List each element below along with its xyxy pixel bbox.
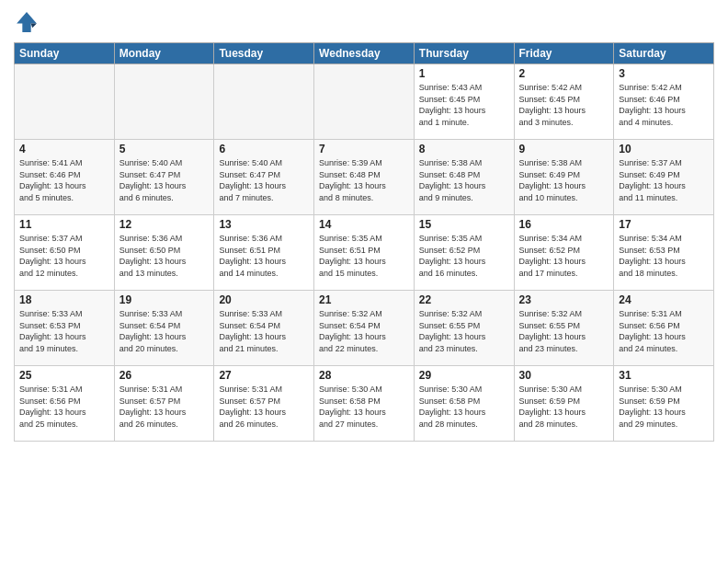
svg-marker-0: [17, 12, 37, 32]
day-number: 30: [519, 369, 609, 382]
calendar-cell: 14Sunrise: 5:35 AM Sunset: 6:51 PM Dayli…: [314, 215, 415, 291]
calendar-cell: [114, 64, 214, 140]
day-info: Sunrise: 5:36 AM Sunset: 6:50 PM Dayligh…: [119, 233, 210, 279]
day-info: Sunrise: 5:31 AM Sunset: 6:57 PM Dayligh…: [119, 384, 210, 430]
day-info: Sunrise: 5:30 AM Sunset: 6:58 PM Dayligh…: [319, 384, 409, 430]
day-number: 7: [319, 143, 409, 155]
calendar-cell: 19Sunrise: 5:33 AM Sunset: 6:54 PM Dayli…: [114, 291, 214, 366]
day-number: 28: [319, 369, 409, 382]
weekday-header-tuesday: Tuesday: [214, 43, 314, 64]
calendar-cell: 13Sunrise: 5:36 AM Sunset: 6:51 PM Dayli…: [214, 215, 314, 291]
day-number: 9: [519, 143, 609, 155]
day-info: Sunrise: 5:32 AM Sunset: 6:55 PM Dayligh…: [519, 308, 609, 354]
calendar-cell: 11Sunrise: 5:37 AM Sunset: 6:50 PM Dayli…: [15, 215, 115, 291]
logo-icon: [14, 9, 40, 35]
day-number: 19: [119, 293, 210, 306]
day-info: Sunrise: 5:38 AM Sunset: 6:49 PM Dayligh…: [519, 157, 609, 203]
logo: [14, 9, 43, 35]
calendar-page: SundayMondayTuesdayWednesdayThursdayFrid…: [0, 0, 728, 563]
day-number: 15: [419, 218, 509, 231]
day-info: Sunrise: 5:42 AM Sunset: 6:46 PM Dayligh…: [619, 82, 709, 128]
day-info: Sunrise: 5:41 AM Sunset: 6:46 PM Dayligh…: [19, 157, 109, 203]
day-info: Sunrise: 5:37 AM Sunset: 6:49 PM Dayligh…: [619, 157, 709, 203]
day-info: Sunrise: 5:31 AM Sunset: 6:56 PM Dayligh…: [619, 308, 709, 354]
calendar-cell: 26Sunrise: 5:31 AM Sunset: 6:57 PM Dayli…: [114, 366, 214, 442]
day-number: 17: [619, 218, 709, 231]
day-number: 29: [419, 369, 509, 382]
calendar-cell: 28Sunrise: 5:30 AM Sunset: 6:58 PM Dayli…: [314, 366, 415, 442]
calendar-cell: 7Sunrise: 5:39 AM Sunset: 6:48 PM Daylig…: [314, 140, 415, 215]
day-info: Sunrise: 5:40 AM Sunset: 6:47 PM Dayligh…: [119, 157, 210, 203]
calendar-cell: 22Sunrise: 5:32 AM Sunset: 6:55 PM Dayli…: [414, 291, 514, 366]
calendar-cell: 8Sunrise: 5:38 AM Sunset: 6:48 PM Daylig…: [414, 140, 514, 215]
day-info: Sunrise: 5:30 AM Sunset: 6:59 PM Dayligh…: [619, 384, 709, 430]
calendar-cell: [214, 64, 314, 140]
day-number: 18: [19, 293, 109, 306]
calendar-cell: [15, 64, 115, 140]
calendar-cell: 3Sunrise: 5:42 AM Sunset: 6:46 PM Daylig…: [614, 64, 714, 140]
day-number: 22: [419, 293, 509, 306]
calendar-cell: 4Sunrise: 5:41 AM Sunset: 6:46 PM Daylig…: [15, 140, 115, 215]
day-number: 1: [419, 67, 509, 80]
day-info: Sunrise: 5:37 AM Sunset: 6:50 PM Dayligh…: [19, 233, 109, 279]
calendar-cell: 27Sunrise: 5:31 AM Sunset: 6:57 PM Dayli…: [214, 366, 314, 442]
day-info: Sunrise: 5:35 AM Sunset: 6:52 PM Dayligh…: [419, 233, 509, 279]
day-info: Sunrise: 5:36 AM Sunset: 6:51 PM Dayligh…: [219, 233, 309, 279]
day-number: 23: [519, 293, 609, 306]
calendar-cell: 16Sunrise: 5:34 AM Sunset: 6:52 PM Dayli…: [514, 215, 614, 291]
day-info: Sunrise: 5:33 AM Sunset: 6:53 PM Dayligh…: [19, 308, 109, 354]
calendar-week-3: 11Sunrise: 5:37 AM Sunset: 6:50 PM Dayli…: [15, 215, 714, 291]
calendar-cell: 12Sunrise: 5:36 AM Sunset: 6:50 PM Dayli…: [114, 215, 214, 291]
day-number: 27: [219, 369, 309, 382]
calendar-cell: 20Sunrise: 5:33 AM Sunset: 6:54 PM Dayli…: [214, 291, 314, 366]
calendar-cell: 2Sunrise: 5:42 AM Sunset: 6:45 PM Daylig…: [514, 64, 614, 140]
day-number: 4: [19, 143, 109, 155]
calendar-cell: 21Sunrise: 5:32 AM Sunset: 6:54 PM Dayli…: [314, 291, 415, 366]
day-number: 12: [119, 218, 210, 231]
day-number: 3: [619, 67, 709, 80]
weekday-header-wednesday: Wednesday: [314, 43, 415, 64]
svg-marker-1: [31, 24, 37, 29]
day-number: 31: [619, 369, 709, 382]
day-info: Sunrise: 5:34 AM Sunset: 6:52 PM Dayligh…: [519, 233, 609, 279]
calendar-week-2: 4Sunrise: 5:41 AM Sunset: 6:46 PM Daylig…: [15, 140, 714, 215]
calendar-cell: 15Sunrise: 5:35 AM Sunset: 6:52 PM Dayli…: [414, 215, 514, 291]
day-number: 25: [19, 369, 109, 382]
calendar-cell: 6Sunrise: 5:40 AM Sunset: 6:47 PM Daylig…: [214, 140, 314, 215]
calendar-week-5: 25Sunrise: 5:31 AM Sunset: 6:56 PM Dayli…: [15, 366, 714, 442]
day-number: 20: [219, 293, 309, 306]
day-info: Sunrise: 5:31 AM Sunset: 6:57 PM Dayligh…: [219, 384, 309, 430]
weekday-header-monday: Monday: [114, 43, 214, 64]
calendar-cell: 31Sunrise: 5:30 AM Sunset: 6:59 PM Dayli…: [614, 366, 714, 442]
calendar-week-1: 1Sunrise: 5:43 AM Sunset: 6:45 PM Daylig…: [15, 64, 714, 140]
weekday-header-sunday: Sunday: [15, 43, 115, 64]
calendar-cell: 29Sunrise: 5:30 AM Sunset: 6:58 PM Dayli…: [414, 366, 514, 442]
day-info: Sunrise: 5:38 AM Sunset: 6:48 PM Dayligh…: [419, 157, 509, 203]
day-info: Sunrise: 5:30 AM Sunset: 6:59 PM Dayligh…: [519, 384, 609, 430]
day-info: Sunrise: 5:32 AM Sunset: 6:55 PM Dayligh…: [419, 308, 509, 354]
day-number: 26: [119, 369, 210, 382]
day-number: 13: [219, 218, 309, 231]
day-number: 5: [119, 143, 210, 155]
header: [14, 9, 714, 35]
day-info: Sunrise: 5:35 AM Sunset: 6:51 PM Dayligh…: [319, 233, 409, 279]
calendar-cell: 10Sunrise: 5:37 AM Sunset: 6:49 PM Dayli…: [614, 140, 714, 215]
calendar-cell: 9Sunrise: 5:38 AM Sunset: 6:49 PM Daylig…: [514, 140, 614, 215]
day-number: 16: [519, 218, 609, 231]
day-info: Sunrise: 5:31 AM Sunset: 6:56 PM Dayligh…: [19, 384, 109, 430]
day-number: 6: [219, 143, 309, 155]
day-info: Sunrise: 5:43 AM Sunset: 6:45 PM Dayligh…: [419, 82, 509, 128]
day-info: Sunrise: 5:32 AM Sunset: 6:54 PM Dayligh…: [319, 308, 409, 354]
day-info: Sunrise: 5:30 AM Sunset: 6:58 PM Dayligh…: [419, 384, 509, 430]
day-number: 2: [519, 67, 609, 80]
day-info: Sunrise: 5:33 AM Sunset: 6:54 PM Dayligh…: [119, 308, 210, 354]
day-number: 14: [319, 218, 409, 231]
day-info: Sunrise: 5:40 AM Sunset: 6:47 PM Dayligh…: [219, 157, 309, 203]
calendar-cell: 25Sunrise: 5:31 AM Sunset: 6:56 PM Dayli…: [15, 366, 115, 442]
day-number: 10: [619, 143, 709, 155]
weekday-header-saturday: Saturday: [614, 43, 714, 64]
calendar-cell: 1Sunrise: 5:43 AM Sunset: 6:45 PM Daylig…: [414, 64, 514, 140]
calendar-cell: [314, 64, 415, 140]
day-info: Sunrise: 5:39 AM Sunset: 6:48 PM Dayligh…: [319, 157, 409, 203]
day-info: Sunrise: 5:33 AM Sunset: 6:54 PM Dayligh…: [219, 308, 309, 354]
